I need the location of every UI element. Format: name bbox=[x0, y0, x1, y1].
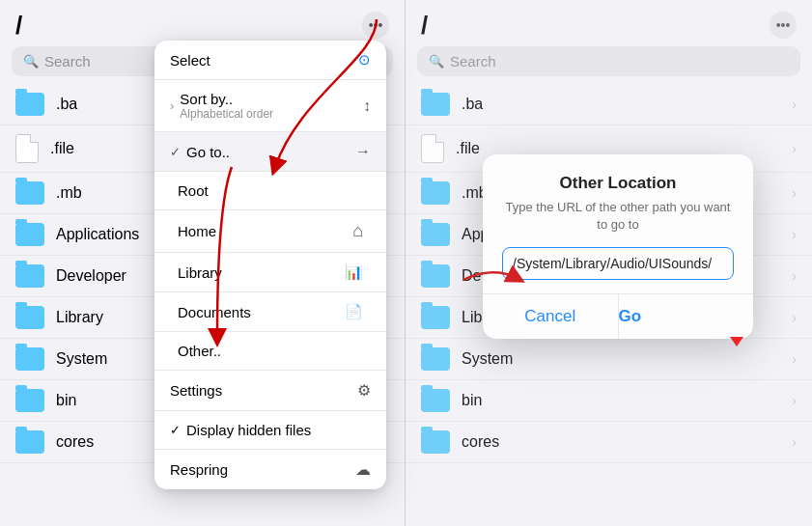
folder-icon bbox=[421, 306, 450, 329]
cloud-icon: ☁ bbox=[355, 460, 371, 479]
list-item[interactable]: cores › bbox=[406, 422, 812, 463]
folder-icon bbox=[15, 347, 44, 371]
folder-icon bbox=[421, 430, 450, 454]
menu-settings-label: Settings bbox=[170, 382, 357, 399]
menu-item-library[interactable]: Library 📊 bbox=[154, 253, 386, 292]
gear-icon: ⚙ bbox=[357, 381, 371, 400]
folder-icon bbox=[15, 264, 44, 288]
chevron-right-icon: › bbox=[792, 434, 797, 450]
other-location-dialog: Other Location Type the URL of the other… bbox=[483, 154, 753, 339]
right-search-bar[interactable]: 🔍 Search bbox=[417, 46, 800, 76]
dropdown-menu: Select ⊙ › Sort by.. Alphabetical order … bbox=[154, 41, 386, 489]
sort-icon: ↕ bbox=[363, 97, 371, 115]
folder-icon bbox=[15, 430, 44, 454]
dialog-title: Other Location bbox=[502, 174, 734, 193]
chevron-right-icon: › bbox=[792, 227, 797, 242]
dialog-buttons: Cancel Go bbox=[483, 293, 753, 339]
folder-icon bbox=[421, 181, 450, 205]
left-pane-title: / bbox=[15, 11, 22, 41]
dialog-message: Type the URL of the other path you want … bbox=[502, 199, 734, 234]
ellipsis-icon-right: ••• bbox=[776, 17, 791, 33]
red-triangle-indicator bbox=[730, 337, 743, 346]
menu-item-hidden-files[interactable]: ✓ Display hidden files bbox=[154, 411, 386, 450]
folder-icon bbox=[15, 181, 44, 205]
chevron-right-icon: › bbox=[792, 351, 797, 367]
left-top-bar: / ••• bbox=[0, 0, 405, 42]
file-name: System bbox=[462, 350, 780, 368]
file-name: cores bbox=[462, 433, 780, 451]
menu-documents-label: Documents bbox=[178, 304, 345, 320]
right-pane-title: / bbox=[421, 11, 428, 41]
menu-goto-label: Go to.. bbox=[186, 144, 355, 160]
menu-item-settings[interactable]: Settings ⚙ bbox=[154, 371, 386, 411]
folder-icon bbox=[421, 389, 450, 412]
left-search-text: Search bbox=[44, 53, 91, 69]
chevron-right-icon: › bbox=[792, 310, 797, 325]
doc-icon bbox=[421, 134, 444, 163]
chevron-right-icon: › bbox=[792, 268, 797, 284]
checkmark-active-icon: ✓ bbox=[170, 145, 181, 159]
folder-icon bbox=[421, 223, 450, 246]
menu-root-label: Root bbox=[178, 182, 363, 199]
menu-sortby-sublabel: Alphabetical order bbox=[180, 107, 363, 121]
menu-item-sortby[interactable]: › Sort by.. Alphabetical order ↕ bbox=[154, 80, 386, 132]
right-search-text: Search bbox=[450, 53, 496, 69]
folder-icon bbox=[15, 306, 44, 329]
chevron-right-icon: › bbox=[792, 185, 797, 201]
menu-item-root[interactable]: Root bbox=[154, 172, 386, 210]
checkmark-hidden-icon: ✓ bbox=[170, 423, 181, 437]
left-more-button[interactable]: ••• bbox=[362, 12, 389, 39]
chevron-right-icon: › bbox=[170, 98, 174, 113]
list-item[interactable]: System › bbox=[406, 339, 812, 380]
documents-icon: 📄 bbox=[345, 303, 363, 320]
right-top-bar: / ••• bbox=[406, 0, 812, 42]
folder-icon bbox=[15, 223, 44, 246]
folder-icon bbox=[15, 389, 44, 412]
list-item[interactable]: bin › bbox=[406, 380, 812, 422]
menu-item-home[interactable]: Home ⌂ bbox=[154, 210, 386, 253]
dialog-cancel-button[interactable]: Cancel bbox=[483, 294, 619, 339]
menu-select-label: Select bbox=[170, 52, 358, 69]
menu-other-label: Other.. bbox=[178, 343, 363, 359]
left-search-icon: 🔍 bbox=[23, 54, 39, 69]
menu-library-label: Library bbox=[178, 264, 345, 281]
checkmark-icon: ⊙ bbox=[358, 51, 371, 69]
menu-item-goto[interactable]: ✓ Go to.. → bbox=[154, 132, 386, 172]
library-icon: 📊 bbox=[345, 263, 363, 281]
right-search-icon: 🔍 bbox=[429, 54, 444, 69]
ellipsis-icon: ••• bbox=[369, 17, 383, 33]
dialog-go-button[interactable]: Go bbox=[619, 294, 642, 339]
folder-icon bbox=[421, 264, 450, 288]
menu-item-documents[interactable]: Documents 📄 bbox=[154, 292, 386, 332]
dialog-go-wrapper: Go bbox=[619, 294, 754, 339]
chevron-right-icon: › bbox=[792, 393, 797, 408]
folder-icon bbox=[15, 93, 44, 116]
right-more-button[interactable]: ••• bbox=[770, 12, 797, 39]
chevron-right-icon: › bbox=[792, 141, 797, 156]
file-name: bin bbox=[462, 392, 780, 409]
chevron-right-icon: › bbox=[792, 97, 797, 112]
list-item[interactable]: .ba › bbox=[406, 84, 812, 125]
arrow-right-icon: → bbox=[355, 143, 371, 160]
file-name: .ba bbox=[462, 96, 780, 113]
dialog-url-input[interactable] bbox=[502, 247, 734, 280]
folder-icon bbox=[421, 93, 450, 116]
menu-item-other[interactable]: Other.. bbox=[154, 332, 386, 371]
menu-hidden-label: Display hidden files bbox=[186, 422, 371, 438]
right-pane: / ••• 🔍 Search .ba › .file › .mb › bbox=[406, 0, 812, 526]
menu-item-select[interactable]: Select ⊙ bbox=[154, 41, 386, 80]
menu-sortby-label: Sort by.. bbox=[180, 91, 363, 107]
menu-item-respring[interactable]: Respring ☁ bbox=[154, 450, 386, 489]
menu-home-label: Home bbox=[178, 223, 352, 239]
menu-respring-label: Respring bbox=[170, 461, 355, 478]
left-pane: / ••• 🔍 Search .ba .file .mb bbox=[0, 0, 406, 526]
home-icon: ⌂ bbox=[352, 221, 363, 241]
doc-icon bbox=[15, 134, 39, 163]
folder-icon bbox=[421, 347, 450, 371]
